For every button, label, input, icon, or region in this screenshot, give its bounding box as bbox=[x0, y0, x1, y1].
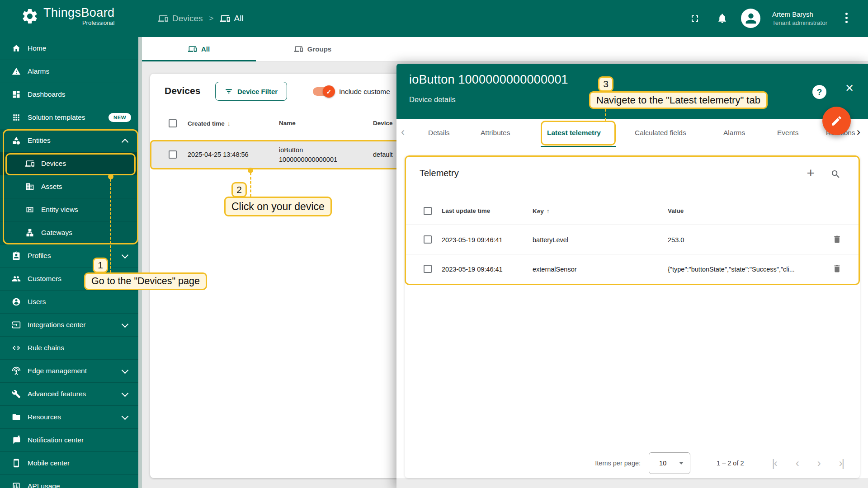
devices-icon bbox=[25, 159, 34, 168]
annotation-connector-dot bbox=[248, 168, 253, 173]
telemetry-key: externalSensor bbox=[533, 266, 577, 273]
tabs-scroll-right-button[interactable]: › bbox=[857, 127, 860, 137]
sidebar-item-edge-management[interactable]: Edge management bbox=[0, 360, 138, 383]
column-key: Key bbox=[533, 208, 544, 215]
sidebar-item-profiles[interactable]: Profiles bbox=[0, 244, 138, 267]
avatar[interactable] bbox=[741, 9, 760, 28]
row-checkbox[interactable] bbox=[424, 265, 432, 273]
category-icon bbox=[12, 136, 21, 145]
sidebar-item-integrations-center[interactable]: Integrations center bbox=[0, 314, 138, 337]
thingsboard-logo[interactable]: ThingsBoard Professional bbox=[21, 6, 115, 26]
column-last-update-time: Last update time bbox=[442, 207, 490, 214]
include-customer-toggle[interactable]: ✓ bbox=[313, 87, 334, 96]
sidebar-item-notification-center[interactable]: Notification center bbox=[0, 429, 138, 452]
sidebar-item-users[interactable]: Users bbox=[0, 291, 138, 314]
sidebar-item-gateways[interactable]: Gateways bbox=[0, 221, 138, 244]
user-meta[interactable]: Artem Barysh Tenant administrator bbox=[772, 9, 827, 28]
question-icon: ? bbox=[817, 87, 822, 97]
breadcrumb: Devices > All bbox=[158, 0, 244, 37]
chevron-up-icon bbox=[122, 138, 129, 145]
close-panel-button[interactable]: × bbox=[845, 81, 854, 95]
first-page-button[interactable]: |‹ bbox=[772, 458, 777, 469]
user-role: Tenant administrator bbox=[772, 19, 827, 28]
tab-groups[interactable]: Groups bbox=[256, 37, 370, 61]
fullscreen-button[interactable] bbox=[689, 13, 700, 24]
breadcrumb-all[interactable]: All bbox=[220, 14, 244, 23]
input-icon bbox=[12, 320, 21, 329]
device-profile-value: default bbox=[373, 151, 393, 158]
view-quilt-icon bbox=[25, 205, 34, 214]
sidebar-item-api-usage[interactable]: API usage bbox=[0, 475, 138, 488]
building-icon bbox=[25, 182, 34, 191]
panel-title: ioButton 1000000000000001 bbox=[409, 73, 568, 87]
help-button[interactable]: ? bbox=[812, 85, 826, 99]
last-page-button[interactable]: ›| bbox=[839, 458, 844, 469]
select-all-checkbox[interactable] bbox=[169, 119, 177, 127]
search-button[interactable] bbox=[830, 169, 841, 179]
sidebar-item-resources[interactable]: Resources bbox=[0, 406, 138, 429]
sidebar-item-assets[interactable]: Assets bbox=[0, 175, 138, 198]
edit-fab-button[interactable] bbox=[822, 107, 851, 135]
page-range: 1 – 2 of 2 bbox=[717, 460, 744, 467]
account-circle-icon bbox=[12, 297, 21, 306]
new-badge: NEW bbox=[108, 113, 131, 122]
delete-button[interactable] bbox=[832, 235, 842, 244]
annotation-callout-1: Go to the "Devices" page bbox=[84, 272, 207, 290]
device-filter-button[interactable]: Device Filter bbox=[215, 82, 287, 101]
items-per-page-label: Items per page: bbox=[595, 460, 641, 467]
telemetry-time: 2023-05-19 09:46:41 bbox=[442, 236, 503, 244]
tab-alarms[interactable]: Alarms bbox=[723, 119, 745, 147]
devices-icon bbox=[158, 14, 168, 23]
column-device-profile: Device bbox=[373, 120, 393, 127]
more-menu-button[interactable] bbox=[843, 13, 850, 23]
sidebar-item-mobile-center[interactable]: Mobile center bbox=[0, 452, 138, 475]
sidebar-item-home[interactable]: Home bbox=[0, 37, 138, 60]
sidebar-item-rule-chains[interactable]: Rule chains bbox=[0, 337, 138, 360]
annotation-callout-3: Navigete to the "Latest telemetry" tab bbox=[589, 91, 768, 109]
telemetry-value: {"type":"buttonState","state":"Success",… bbox=[668, 266, 795, 273]
page-size-select[interactable]: 10 bbox=[649, 452, 690, 474]
warning-icon bbox=[12, 67, 21, 76]
breadcrumb-devices[interactable]: Devices bbox=[158, 14, 203, 23]
sidebar-item-solution-templates[interactable]: Solution templates NEW bbox=[0, 106, 138, 129]
tab-details[interactable]: Details bbox=[428, 119, 449, 147]
tab-all[interactable]: All bbox=[142, 37, 256, 61]
plus-icon: + bbox=[807, 165, 815, 180]
sidebar-item-entities[interactable]: Entities bbox=[0, 129, 138, 152]
previous-page-button[interactable]: ‹ bbox=[796, 458, 798, 469]
page-size-value: 10 bbox=[659, 460, 666, 467]
telemetry-key: batteryLevel bbox=[533, 236, 568, 244]
annotation-step-badge-1: 1 bbox=[93, 258, 108, 273]
telemetry-value: 253.0 bbox=[668, 236, 684, 244]
sort-asc-icon: ↑ bbox=[547, 207, 550, 215]
telemetry-tab-content: Telemetry + Last update time Key↑ Value … bbox=[396, 147, 868, 478]
tab-latest-telemetry[interactable]: Latest telemetry bbox=[547, 119, 601, 147]
tab-calculated-fields[interactable]: Calculated fields bbox=[635, 119, 686, 147]
tools-icon bbox=[12, 389, 21, 399]
sidebar-item-alarms[interactable]: Alarms bbox=[0, 60, 138, 83]
tab-attributes[interactable]: Attributes bbox=[481, 119, 510, 147]
chart-box-icon bbox=[12, 482, 21, 488]
select-all-checkbox[interactable] bbox=[424, 207, 432, 215]
next-page-button[interactable]: › bbox=[817, 458, 820, 469]
add-telemetry-button[interactable]: + bbox=[807, 165, 815, 181]
sidebar-item-entity-views[interactable]: Entity views bbox=[0, 198, 138, 221]
tabs-scroll-left-button[interactable]: ‹ bbox=[401, 127, 405, 137]
sidebar-item-devices[interactable]: Devices bbox=[0, 152, 138, 175]
lan-icon bbox=[25, 228, 34, 237]
annotation-connector-dot bbox=[108, 174, 113, 179]
row-checkbox[interactable] bbox=[424, 235, 432, 244]
gear-logo-icon bbox=[21, 7, 39, 25]
tab-events[interactable]: Events bbox=[777, 119, 798, 147]
sidebar-item-dashboards[interactable]: Dashboards bbox=[0, 83, 138, 106]
notifications-button[interactable] bbox=[717, 13, 728, 24]
panel-subtitle: Device details bbox=[409, 95, 456, 104]
row-checkbox[interactable] bbox=[169, 150, 177, 159]
folder-icon bbox=[12, 413, 21, 422]
sidebar-item-advanced-features[interactable]: Advanced features bbox=[0, 383, 138, 406]
telemetry-row-batterylevel[interactable]: 2023-05-19 09:46:41 batteryLevel 253.0 bbox=[405, 225, 860, 254]
delete-button[interactable] bbox=[832, 264, 842, 273]
sidebar-scrollbar[interactable] bbox=[138, 37, 142, 488]
search-icon bbox=[830, 169, 841, 179]
telemetry-row-externalsensor[interactable]: 2023-05-19 09:46:41 externalSensor {"typ… bbox=[405, 254, 860, 284]
